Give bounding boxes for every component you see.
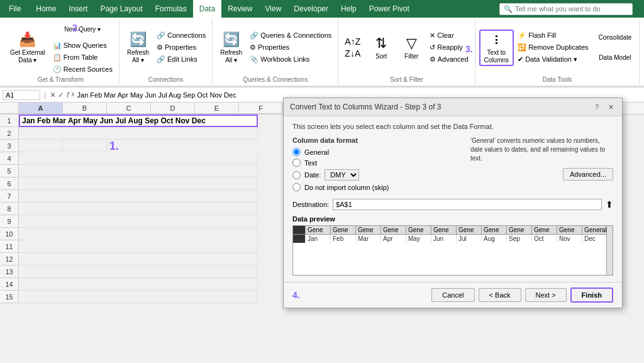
- col-header-a[interactable]: A: [19, 103, 63, 114]
- menu-page-layout[interactable]: Page Layout: [94, 0, 148, 18]
- reapply-button[interactable]: ↺ Reapply: [427, 42, 470, 53]
- text-to-columns-label: Text toColumns: [484, 49, 509, 64]
- col-header-l[interactable]: L: [503, 103, 547, 114]
- advanced-button[interactable]: ⚙ Advanced: [427, 54, 470, 65]
- file-menu[interactable]: File: [0, 0, 30, 18]
- sort-button[interactable]: ⇅ Sort: [367, 30, 396, 66]
- connections-button[interactable]: 🔗 Connections: [154, 30, 208, 42]
- cell-a3[interactable]: [19, 140, 63, 152]
- menu-formulas[interactable]: Formulas: [149, 0, 193, 18]
- properties2-button[interactable]: ⚙ Properties: [247, 42, 334, 53]
- table-row: Jan Feb Mar Apr May Jun Jul Aug Sep Oct …: [19, 114, 258, 127]
- grid-cells: Jan Feb Mar Apr May Jun Jul Aug Sep Oct …: [19, 114, 258, 303]
- cell-a15[interactable]: [19, 291, 258, 303]
- col-header-i[interactable]: I: [371, 103, 415, 114]
- row-header-10[interactable]: 10: [0, 228, 19, 240]
- refresh-all2-button[interactable]: 🔄 RefreshAll ▾: [216, 30, 246, 66]
- row-header-5[interactable]: 5: [0, 165, 19, 177]
- col-header-e[interactable]: E: [195, 103, 239, 114]
- cell-a1[interactable]: Jan Feb Mar Apr May Jun Jul Aug Sep Oct …: [19, 114, 258, 127]
- cell-a13[interactable]: [19, 265, 258, 278]
- row-header-14[interactable]: 14: [0, 278, 19, 291]
- col-header-c[interactable]: C: [107, 103, 151, 114]
- cell-a14[interactable]: [19, 278, 258, 291]
- recent-sources-button[interactable]: 🕐 Recent Sources: [50, 64, 115, 75]
- menu-developer[interactable]: Developer: [287, 0, 335, 18]
- data-model-button[interactable]: Data Model: [595, 49, 636, 67]
- from-table-button[interactable]: 📋 From Table: [50, 52, 115, 63]
- table-row: [19, 152, 258, 165]
- queries-connections-label: 🔗 Queries & Connections: [250, 31, 331, 40]
- show-queries-button[interactable]: 📊 Show Queries: [50, 40, 115, 51]
- workbook-links-button[interactable]: 📎 Workbook Links: [247, 54, 334, 65]
- formula-input[interactable]: [77, 91, 641, 99]
- flash-fill-button[interactable]: ⚡ Flash Fill: [515, 30, 591, 42]
- clear-button[interactable]: ✕ Clear: [427, 30, 470, 42]
- get-external-data-button[interactable]: 📥 Get ExternalData ▾: [6, 30, 49, 66]
- row-header-2[interactable]: 2: [0, 127, 19, 140]
- get-transform-buttons: 📥 Get ExternalData ▾ New Query ▾ 📊 Show …: [6, 20, 115, 75]
- col-header-k[interactable]: K: [459, 103, 503, 114]
- new-query-button[interactable]: New Query ▾: [50, 20, 115, 39]
- row-header-4[interactable]: 4: [0, 152, 19, 165]
- row-header-3[interactable]: 3: [0, 140, 19, 152]
- menu-view[interactable]: View: [259, 0, 288, 18]
- filter-button[interactable]: ▽ Filter: [397, 30, 426, 66]
- row-header-11[interactable]: 11: [0, 240, 19, 253]
- edit-links-button[interactable]: 🔗 Edit Links: [154, 54, 208, 65]
- queries-connections-button[interactable]: 🔗 Queries & Connections: [247, 30, 334, 42]
- row-header-8[interactable]: 8: [0, 203, 19, 215]
- flash-fill-label: ⚡ Flash Fill: [518, 31, 556, 40]
- cell-a11[interactable]: [19, 240, 258, 253]
- get-external-label: Get ExternalData ▾: [10, 49, 45, 64]
- col-header-g[interactable]: G: [283, 103, 327, 114]
- row-header-15[interactable]: 15: [0, 291, 19, 303]
- table-row: [19, 190, 258, 203]
- row-header-9[interactable]: 9: [0, 215, 19, 228]
- cell-a9[interactable]: [19, 215, 258, 228]
- cell-a5[interactable]: [19, 165, 258, 177]
- col-header-b[interactable]: B: [63, 103, 107, 114]
- remove-duplicates-button[interactable]: 🔁 Remove Duplicates: [515, 42, 591, 53]
- table-row: 1.: [19, 140, 258, 152]
- cell-a10[interactable]: [19, 228, 258, 240]
- menu-insert[interactable]: Insert: [62, 0, 94, 18]
- cell-a6[interactable]: [19, 177, 258, 190]
- cell-a4[interactable]: [19, 152, 258, 165]
- cell-a7[interactable]: [19, 190, 258, 203]
- col-header-d[interactable]: D: [151, 103, 195, 114]
- row-header-1[interactable]: 1: [0, 114, 19, 127]
- menu-power-pivot[interactable]: Power Pivot: [363, 0, 416, 18]
- row-header-7[interactable]: 7: [0, 190, 19, 203]
- menu-data[interactable]: Data: [193, 0, 221, 18]
- row-header-6[interactable]: 6: [0, 177, 19, 190]
- text-to-columns-button[interactable]: ⫶ Text toColumns: [479, 30, 514, 66]
- cell-a8[interactable]: [19, 203, 258, 215]
- table-row: [19, 265, 258, 278]
- ribbon-search[interactable]: 🔍: [499, 3, 633, 15]
- column-headers: A B C D E F G H I J K L: [0, 103, 644, 114]
- col-header-f[interactable]: F: [239, 103, 283, 114]
- cell-b3[interactable]: [63, 140, 107, 152]
- menu-home[interactable]: Home: [30, 0, 62, 18]
- properties-button[interactable]: ⚙ Properties: [154, 42, 208, 53]
- edit-links-label: 🔗 Edit Links: [157, 55, 197, 64]
- queries-connections-group-label: Queries & Connections: [216, 75, 334, 83]
- ribbon-group-queries-connections: 🔄 RefreshAll ▾ 🔗 Queries & Connections ⚙…: [213, 19, 338, 84]
- data-validation-button[interactable]: ✔ Data Validation ▾: [515, 54, 591, 65]
- menu-review[interactable]: Review: [221, 0, 258, 18]
- sort-az-button[interactable]: A↑Z: [342, 36, 363, 47]
- refresh-all-button[interactable]: 🔄 RefreshAll ▾: [123, 30, 153, 66]
- cell-a12[interactable]: [19, 253, 258, 265]
- row-header-13[interactable]: 13: [0, 265, 19, 278]
- ribbon-group-data-tools: ⫶ Text toColumns ⚡ Flash Fill 🔁 Remove D…: [475, 19, 640, 84]
- sort-za-button[interactable]: Z↓A: [342, 48, 363, 59]
- consolidate-button[interactable]: Consolidate: [595, 29, 636, 47]
- cell-a2[interactable]: [19, 127, 258, 140]
- menu-help[interactable]: Help: [335, 0, 363, 18]
- row-header-12[interactable]: 12: [0, 253, 19, 265]
- cell-reference[interactable]: [3, 90, 40, 100]
- col-header-h[interactable]: H: [327, 103, 371, 114]
- col-header-j[interactable]: J: [415, 103, 459, 114]
- search-input[interactable]: [515, 5, 628, 13]
